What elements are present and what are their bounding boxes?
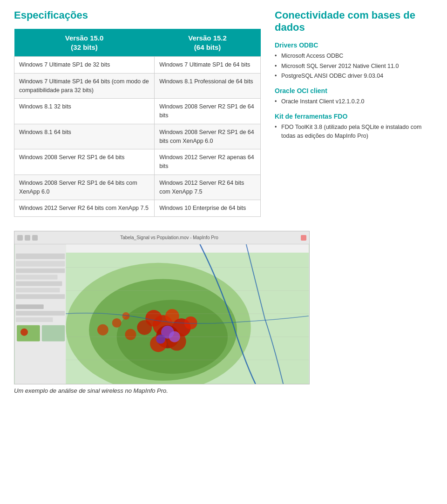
connect-title: Conectividade com bases de dados (275, 9, 433, 34)
spec-title: Especificações (14, 9, 261, 21)
window-title: Tabela_Signal vs Population.mov - MapInf… (40, 235, 299, 240)
table-cell-col1: Windows 8.1 32 bits (14, 99, 155, 124)
table-row: Windows 8.1 32 bitsWindows 2008 Server R… (14, 99, 261, 124)
list-item: Microsoft SQL Server 2012 Native Client … (275, 62, 433, 71)
table-cell-col1: Windows 2012 Server R2 64 bits com XenAp… (14, 200, 155, 217)
oracle-list: Oracle Instant Client v12.1.0.2.0 (275, 97, 433, 106)
list-item: PostgreSQL ANSI ODBC driver 9.03.04 (275, 72, 433, 81)
table-cell-col2: Windows 8.1 Professional de 64 bits (155, 73, 261, 99)
table-cell-col1: Windows 2008 Server R2 SP1 de 64 bits (14, 149, 155, 175)
odbc-list: Microsoft Access ODBCMicrosoft SQL Serve… (275, 52, 433, 81)
svg-rect-27 (16, 254, 65, 259)
svg-rect-28 (16, 261, 65, 267)
map-caption: Um exemplo de análise de sinal wireless … (14, 387, 168, 394)
svg-rect-2 (66, 244, 309, 253)
window-chrome: Tabela_Signal vs Population.mov - MapInf… (14, 231, 309, 244)
drivers-odbc-block: Drivers ODBC Microsoft Access ODBCMicros… (275, 41, 433, 81)
table-cell-col2: Windows 7 Ultimate SP1 de 64 bits (155, 57, 261, 74)
win-btn-1 (17, 235, 23, 241)
table-row: Windows 7 Ultimate SP1 de 32 bitsWindows… (14, 57, 261, 74)
col1-header: Versão 15.0 (32 bits) (14, 29, 155, 57)
svg-rect-34 (16, 304, 44, 309)
table-row: Windows 2012 Server R2 64 bits com XenAp… (14, 200, 261, 217)
svg-rect-33 (16, 294, 65, 299)
table-cell-col1: Windows 2008 Server R2 SP1 de 64 bits co… (14, 175, 155, 200)
fdo-block: Kit de ferramentas FDO FDO ToolKit 3.8 (… (275, 113, 433, 141)
table-cell-col2: Windows 10 Enterprise de 64 bits (155, 200, 261, 217)
map-visualization (14, 244, 309, 384)
win-btn-3 (32, 235, 38, 241)
svg-rect-36 (16, 317, 53, 322)
bottom-section: Tabela_Signal vs Population.mov - MapInf… (14, 231, 433, 394)
list-item: Oracle Instant Client v12.1.0.2.0 (275, 97, 433, 106)
drivers-odbc-title: Drivers ODBC (275, 41, 433, 49)
table-row: Windows 8.1 64 bitsWindows 2008 Server R… (14, 124, 261, 149)
svg-rect-37 (17, 325, 40, 342)
svg-rect-39 (42, 325, 65, 342)
svg-rect-30 (16, 275, 57, 280)
table-row: Windows 2008 Server R2 SP1 de 64 bits co… (14, 175, 261, 200)
svg-point-38 (20, 329, 28, 336)
table-cell-col1: Windows 7 Ultimate SP1 de 32 bits (14, 57, 155, 74)
svg-point-16 (112, 318, 122, 328)
top-section: Especificações Versão 15.0 (32 bits) Ver… (14, 9, 433, 217)
table-cell-col1: Windows 8.1 64 bits (14, 124, 155, 149)
spec-table: Versão 15.0 (32 bits) Versão 15.2 (64 bi… (14, 29, 261, 217)
oracle-title: Oracle OCI client (275, 87, 433, 94)
win-btn-2 (25, 235, 30, 241)
spec-section: Especificações Versão 15.0 (32 bits) Ver… (14, 9, 261, 217)
table-cell-col2: Windows 2012 Server R2 64 bits com XenAp… (155, 175, 261, 200)
col2-header: Versão 15.2 (64 bits) (155, 29, 261, 57)
table-cell-col2: Windows 2012 Server R2 apenas 64 bits (155, 149, 261, 175)
win-btn-close (301, 235, 306, 241)
svg-point-20 (156, 335, 165, 344)
list-item: Microsoft Access ODBC (275, 52, 433, 60)
svg-point-11 (125, 329, 136, 340)
fdo-list: FDO ToolKit 3.8 (utilizado pela SQLite e… (275, 123, 433, 141)
connect-section: Conectividade com bases de dados Drivers… (275, 9, 433, 217)
table-cell-col2: Windows 2008 Server R2 SP1 de 64 bits (155, 99, 261, 124)
oracle-block: Oracle OCI client Oracle Instant Client … (275, 87, 433, 106)
table-row: Windows 2008 Server R2 SP1 de 64 bitsWin… (14, 149, 261, 175)
table-row: Windows 7 Ultimate SP1 de 64 bits (com m… (14, 73, 261, 99)
svg-rect-31 (16, 281, 62, 286)
svg-rect-29 (16, 269, 65, 273)
svg-point-10 (137, 320, 152, 335)
svg-rect-32 (16, 288, 60, 292)
svg-rect-35 (16, 311, 65, 316)
svg-point-18 (97, 324, 108, 336)
main-container: Especificações Versão 15.0 (32 bits) Ver… (0, 0, 447, 403)
table-cell-col2: Windows 2008 Server R2 SP1 de 64 bits co… (155, 124, 261, 149)
table-cell-col1: Windows 7 Ultimate SP1 de 64 bits (com m… (14, 73, 155, 99)
fdo-title: Kit de ferramentas FDO (275, 113, 433, 120)
map-image-container: Tabela_Signal vs Population.mov - MapInf… (14, 231, 310, 384)
list-item: FDO ToolKit 3.8 (utilizado pela SQLite e… (275, 123, 433, 141)
